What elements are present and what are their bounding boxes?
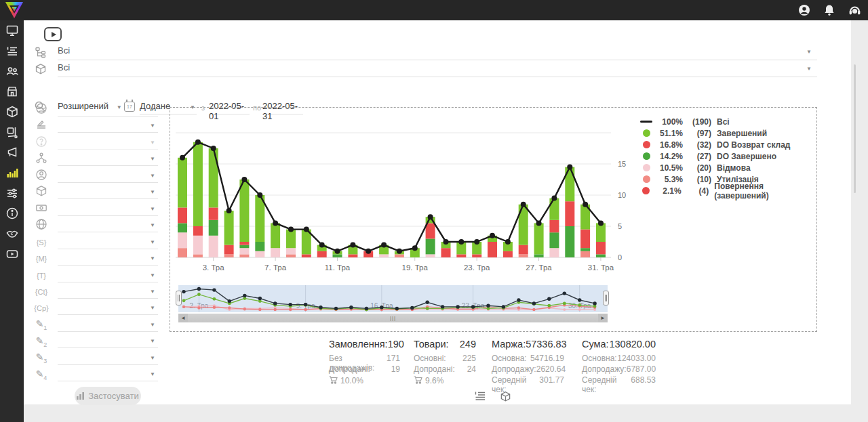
legend-row[interactable]: 16.8% (32) DO Возврат склад (638, 139, 816, 150)
legend-row[interactable]: 51.1% (97) Завершений (638, 127, 816, 139)
filter-select[interactable]: ▼ (58, 284, 158, 299)
product-filter-select[interactable]: Всі ▼ (58, 62, 817, 77)
navigator-left-handle[interactable] (176, 291, 182, 305)
filter-select[interactable]: ▼ (58, 169, 158, 183)
cart-icon (329, 376, 338, 386)
filter-row: ✎2 ▼ (34, 334, 159, 350)
legend-row[interactable]: 14.2% (27) DO Завершено (638, 150, 816, 162)
video-icon[interactable] (0, 244, 24, 264)
filter-select[interactable]: ▼ (58, 135, 158, 150)
filter-select[interactable]: ▼ (58, 351, 158, 365)
legend-row[interactable]: 100% (190) Всі (638, 116, 816, 127)
chevron-down-icon: ▼ (150, 305, 155, 311)
upsell-percent: 10.0% (340, 376, 363, 385)
filter-select[interactable]: ▼ (58, 185, 158, 199)
store-icon[interactable] (0, 81, 24, 102)
chevron-down-icon: ▼ (150, 356, 155, 361)
settings-icon[interactable] (0, 183, 24, 203)
stat-sub-value: 301.77 (539, 375, 564, 386)
filter-select[interactable]: ▼ (58, 318, 158, 332)
marketing-icon[interactable] (0, 142, 24, 163)
customers-icon[interactable] (0, 61, 24, 81)
stat-column: Замовлення:190 Без допродажів:171Допрода… (329, 339, 400, 386)
globe-icon (35, 102, 47, 117)
filter-select[interactable]: ▼ (58, 152, 158, 166)
vertical-scrollbar[interactable] (854, 64, 856, 193)
video-tutorial-button[interactable] (44, 27, 62, 41)
pencil-icon: ✎4 (36, 368, 47, 381)
filter-select[interactable]: ▼ (58, 218, 158, 232)
scrollbar-track[interactable]: ||| (188, 314, 598, 322)
stat-value: 190 (388, 339, 404, 350)
navigator-right-handle[interactable] (603, 291, 609, 305)
svg-text:5: 5 (618, 222, 622, 230)
partners-icon[interactable] (0, 224, 24, 244)
dot-swatch-icon (643, 141, 650, 148)
scroll-right-icon[interactable]: ► (598, 314, 608, 322)
chevron-down-icon: ▼ (150, 240, 155, 245)
monitor-icon[interactable] (0, 20, 24, 41)
purchases-icon[interactable] (0, 122, 24, 142)
stat-sub-value: 19 (391, 364, 400, 375)
filter-row: ▼ (34, 119, 159, 135)
filter-select[interactable]: ▼ (58, 119, 158, 133)
filter-select[interactable]: ▼ (58, 301, 158, 315)
stat-sub-label: Допродані: (329, 364, 370, 375)
chart-navigator[interactable]: 2. Тра9. Тра16. Тра23. Тра30. Тра (178, 285, 608, 312)
chevron-down-icon: ▼ (150, 322, 155, 328)
filter-row: ▼ (34, 202, 159, 218)
chevron-down-icon: ▼ (150, 339, 155, 344)
account-icon[interactable] (798, 4, 810, 16)
badge-icon: {S} (37, 238, 47, 247)
chart-panel: 3. Тра7. Тра11. Тра19. Тра23. Тра27. Тра… (170, 107, 817, 332)
filter-select[interactable]: ▼ (58, 202, 158, 216)
order-list-icon[interactable] (0, 41, 24, 61)
svg-text:0: 0 (618, 253, 622, 261)
group-by-status-icon[interactable] (473, 390, 487, 402)
filter-select[interactable]: ▼ (58, 251, 158, 266)
scroll-left-icon[interactable]: ◄ (178, 314, 188, 322)
svg-text:19. Тра: 19. Тра (402, 263, 429, 272)
apply-button[interactable]: Застосувати (75, 387, 141, 405)
legend-label: DO Завершено (717, 152, 776, 161)
dot-swatch-icon (643, 175, 650, 183)
products-icon[interactable] (0, 102, 24, 122)
support-headset-icon[interactable] (848, 4, 861, 16)
stat-sub-value: 225 (462, 354, 476, 364)
apply-button-label: Застосувати (88, 391, 139, 401)
app-logo-icon[interactable] (5, 2, 23, 18)
filter-row: ✎4 ▼ (34, 367, 159, 383)
filter-select[interactable]: ▼ (58, 268, 158, 282)
legend-count: (20) (686, 163, 711, 173)
legend-label: Всі (717, 117, 730, 127)
legend-label: Повернення (завершений) (714, 182, 816, 201)
stat-column: Сума:130820.00 Основна:124033.00Допродаж… (582, 339, 656, 386)
svg-text:3. Тра: 3. Тра (203, 263, 225, 272)
legend-row[interactable]: 10.5% (20) Відмова (638, 162, 816, 173)
legend-percent: 100% (654, 117, 683, 127)
stat-sub-value: 124033.00 (617, 354, 656, 364)
stat-sub-value: 171 (387, 354, 400, 364)
notifications-bell-icon[interactable] (824, 4, 835, 16)
stat-title: Замовлення: (329, 339, 388, 350)
filter-row: ✎3 ▼ (34, 351, 159, 367)
legend-row[interactable]: 2.1% (4) Повернення (завершений) (638, 185, 816, 196)
legend-percent: 16.8% (654, 140, 683, 150)
filter-row: {T} ▼ (34, 268, 159, 284)
legend-count: (4) (684, 186, 709, 196)
group-by-product-icon[interactable] (498, 390, 512, 402)
filter-select[interactable]: ▼ (58, 102, 158, 117)
stat-title: Маржа: (492, 339, 526, 350)
stat-sub-label: Без допродажів: (329, 354, 387, 364)
app-window: Всі ▼ Всі ▼ Розширений ▼ 17 Додане ▼ з (0, 0, 868, 422)
stat-sub-label: Основні: (414, 354, 446, 364)
filter-select[interactable]: ▼ (58, 367, 158, 381)
source-filter-select[interactable]: Всі ▼ (58, 45, 817, 60)
filter-row: {Ct} ▼ (34, 284, 159, 301)
statistics-icon[interactable] (0, 163, 24, 183)
filter-select[interactable]: ▼ (58, 235, 158, 249)
filter-select[interactable]: ▼ (58, 334, 158, 348)
chart-scrollbar[interactable]: ◄ ||| ► (178, 314, 608, 322)
chevron-down-icon: ▼ (150, 123, 155, 129)
info-icon[interactable] (0, 203, 24, 224)
